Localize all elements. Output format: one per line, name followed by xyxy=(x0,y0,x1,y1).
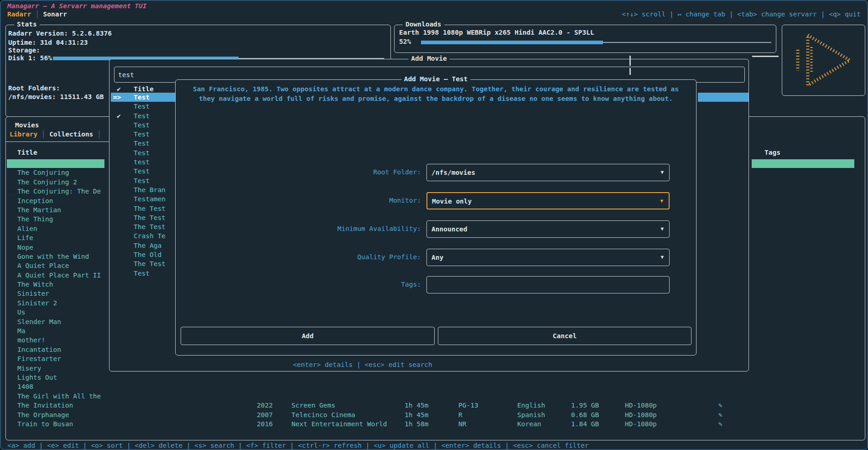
top-keybinding-help: <↑↓> scroll | ↔ change tab | <tab> chang… xyxy=(622,10,861,18)
chevron-down-icon: ▼ xyxy=(660,193,663,209)
movie-row[interactable]: 1408 xyxy=(7,382,860,391)
tab-underline xyxy=(6,141,111,142)
result-title: Test xyxy=(134,111,150,120)
add-movie-modal: Add Movie — Test San Francisco, 1985. Tw… xyxy=(175,79,696,356)
managarr-logo-icon xyxy=(790,31,859,89)
monitor-value: Movie only xyxy=(432,193,472,209)
result-title: Crash Te xyxy=(134,231,166,241)
cell-size: 0.68 GB xyxy=(571,410,599,419)
result-selection-arrow: => xyxy=(113,93,121,102)
cell-studio: Screen Gems xyxy=(291,401,335,410)
result-title: Test xyxy=(134,176,150,185)
result-title: Test xyxy=(134,167,150,176)
cell-quality: HD-1080p xyxy=(625,401,657,410)
result-title: Testamen xyxy=(134,194,166,204)
selected-row-highlight xyxy=(7,159,104,168)
border-fragment xyxy=(752,56,779,57)
root-folder-entry: /nfs/movies: 11511.43 GB xyxy=(8,93,104,100)
movies-panel-title: Movies xyxy=(15,121,39,129)
cell-year: 2007 xyxy=(257,410,273,419)
cell-language: English xyxy=(517,401,545,410)
results-header-title: Title xyxy=(134,85,154,93)
cell-studio: Next Entertainment World xyxy=(291,419,387,429)
add-movie-modal-title: Add Movie — Test xyxy=(401,75,471,83)
tab-sonarr[interactable]: Sonarr xyxy=(43,10,67,18)
cell-runtime: 1h 45m xyxy=(405,410,428,419)
movies-tab-separator2: │ xyxy=(97,131,101,138)
tab-separator xyxy=(31,10,35,18)
movie-detail-row[interactable]: 2016 Next Entertainment World 1h 58m NR … xyxy=(6,419,863,429)
chevron-down-icon: ▼ xyxy=(660,164,664,181)
movies-tab-separator: │ xyxy=(42,131,46,138)
cell-studio: Telecinco Cinema xyxy=(291,410,355,419)
movie-detail-row[interactable]: 2022 Screen Gems 1h 45m PG-13 English 1.… xyxy=(6,401,863,410)
selected-row-tags-highlight xyxy=(752,159,854,168)
minimum-availability-select[interactable]: Announced ▼ xyxy=(426,220,670,238)
scrollbar-fragment xyxy=(629,56,631,66)
root-folder-select[interactable]: /nfs/movies ▼ xyxy=(426,164,670,181)
cell-language: Spanish xyxy=(517,410,545,419)
result-title: Test xyxy=(134,269,150,278)
results-header-check-icon: ✔ xyxy=(117,85,121,93)
tags-label: Tags: xyxy=(176,281,421,288)
cell-year: 2022 xyxy=(257,401,273,410)
column-header-title: Title xyxy=(17,149,37,156)
quality-profile-select[interactable]: Any ▼ xyxy=(426,249,670,266)
tags-input[interactable] xyxy=(427,277,669,293)
tab-radarr[interactable]: Radarr xyxy=(7,10,31,18)
downloads-panel-title: Downloads xyxy=(403,21,444,28)
cell-runtime: 1h 45m xyxy=(405,401,428,410)
result-title: The Test xyxy=(134,222,166,231)
monitor-select[interactable]: Movie only ▼ xyxy=(426,192,670,209)
managarr-app: Managarr — A Servarr management TUI Rada… xyxy=(0,0,868,450)
disk-usage-label: Disk 1: 56% xyxy=(8,54,52,62)
result-title: The Old xyxy=(134,250,161,259)
movie-overview-line2: they navigate a world full of risks and … xyxy=(176,95,696,102)
chevron-down-icon: ▼ xyxy=(660,221,664,237)
tab-collections[interactable]: Collections xyxy=(49,131,93,138)
tab-library[interactable]: Library xyxy=(10,131,37,138)
minimum-availability-label: Minimum Availability: xyxy=(176,225,421,232)
movie-row[interactable]: Lights Out xyxy=(7,373,860,382)
bottom-keybinding-help: <a> add | <e> edit | <o> sort | <del> de… xyxy=(7,442,589,449)
movie-row[interactable]: The Girl with All the xyxy=(7,392,860,401)
cell-rating: R xyxy=(458,410,463,419)
check-icon: ✔ xyxy=(117,111,121,120)
add-button[interactable]: Add xyxy=(181,327,435,345)
cell-year: 2016 xyxy=(257,419,273,429)
result-title: Test xyxy=(134,120,150,130)
storage-label: Storage: xyxy=(8,47,40,54)
cell-quality: HD-1080p xyxy=(625,419,657,429)
cell-language: Korean xyxy=(517,419,541,429)
minimum-availability-value: Announced xyxy=(431,221,468,237)
movie-detail-row[interactable]: 2007 Telecinco Cinema 1h 45m R Spanish 0… xyxy=(6,410,863,419)
result-title: Test xyxy=(134,130,150,139)
uptime: Uptime: 31d 04:31:23 xyxy=(8,39,88,46)
cell-quality: HD-1080p xyxy=(625,410,657,419)
movies-tab-sep-space1 xyxy=(37,131,42,138)
tab-separator-bar: │ xyxy=(35,10,39,18)
quality-profile-label: Quality Profile: xyxy=(176,253,421,261)
download-percent: 52% xyxy=(399,38,411,45)
chevron-down-icon: ▼ xyxy=(660,249,664,266)
cell-rating: NR xyxy=(458,419,466,429)
result-title: The Aga xyxy=(134,241,161,250)
downloads-panel: Downloads Earth 1998 1080p WEBRip x265 H… xyxy=(394,25,776,53)
cell-size: 1.84 GB xyxy=(571,419,599,429)
column-header-tags: Tags xyxy=(764,149,780,156)
tab-separator2 xyxy=(39,10,43,18)
movies-tab-sep-space2 xyxy=(46,131,50,138)
movie-overview-line1: San Francisco, 1985. Two opposites attra… xyxy=(176,85,696,93)
download-item[interactable]: Earth 1998 1080p WEBRip x265 Hindi AAC2.… xyxy=(399,29,594,36)
cell-rating: PG-13 xyxy=(458,401,478,410)
result-title: Test xyxy=(134,102,150,111)
servarr-tab-bar: Radarr │ Sonarr xyxy=(7,10,67,18)
cell-runtime: 1h 58m xyxy=(405,419,428,429)
result-title: Test xyxy=(134,139,150,148)
download-progress-bar xyxy=(421,41,771,44)
cancel-button[interactable]: Cancel xyxy=(438,327,691,345)
result-title: The Test xyxy=(134,259,166,268)
cell-size: 1.95 GB xyxy=(571,401,599,410)
root-folder-label: Root Folder: xyxy=(176,168,421,176)
result-title: The Test xyxy=(134,213,166,222)
